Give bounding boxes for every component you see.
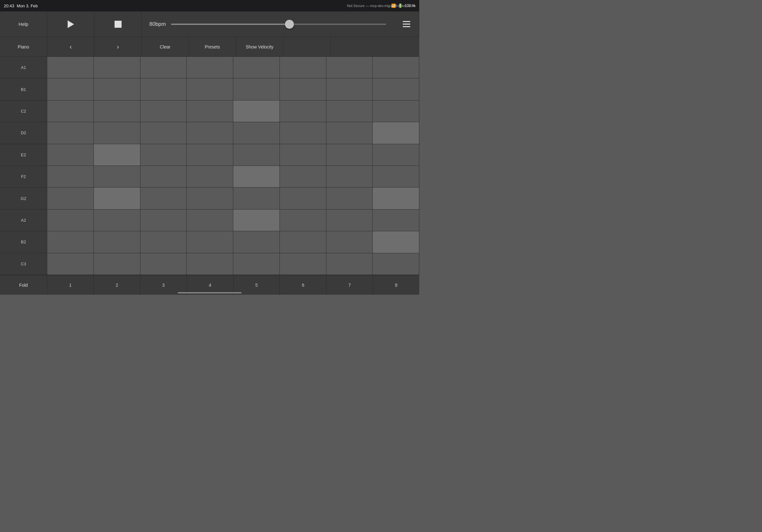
step-cell[interactable] — [140, 231, 187, 253]
step-cell[interactable] — [233, 253, 280, 275]
step-cell[interactable] — [280, 210, 327, 231]
step-cell[interactable] — [280, 122, 327, 144]
step-cell[interactable] — [94, 187, 140, 209]
step-cell[interactable] — [373, 144, 419, 166]
step-cell[interactable] — [94, 210, 140, 231]
menu-button[interactable] — [394, 12, 419, 37]
step-cell[interactable] — [373, 253, 419, 275]
step-cell[interactable] — [280, 231, 327, 253]
step-cell[interactable] — [47, 57, 94, 78]
step-cell[interactable] — [327, 79, 373, 100]
step-cell[interactable] — [280, 253, 327, 275]
step-cell[interactable] — [47, 187, 94, 209]
step-cell[interactable] — [140, 79, 187, 100]
step-cell[interactable] — [94, 166, 140, 187]
step-cell[interactable] — [187, 144, 233, 166]
step-cell[interactable] — [373, 57, 419, 78]
step-cell[interactable] — [47, 231, 94, 253]
step-cell[interactable] — [233, 79, 280, 100]
fold-step-8[interactable]: 8 — [373, 275, 419, 295]
step-cell[interactable] — [233, 231, 280, 253]
step-cell[interactable] — [140, 187, 187, 209]
step-cell[interactable] — [327, 122, 373, 144]
step-cell[interactable] — [140, 166, 187, 187]
step-cell[interactable] — [94, 100, 140, 122]
step-cell[interactable] — [187, 166, 233, 187]
step-cell[interactable] — [373, 187, 419, 209]
step-cell[interactable] — [233, 57, 280, 78]
prev-button[interactable]: ‹ — [47, 37, 95, 56]
step-cell[interactable] — [47, 253, 94, 275]
step-cell[interactable] — [373, 210, 419, 231]
step-cell[interactable] — [140, 100, 187, 122]
step-cell[interactable] — [327, 166, 373, 187]
step-cell[interactable] — [327, 100, 373, 122]
stop-button[interactable] — [95, 12, 142, 37]
fold-step-7[interactable]: 7 — [327, 275, 373, 295]
show-velocity-button[interactable]: Show Velocity — [236, 37, 283, 56]
step-cell[interactable] — [280, 144, 327, 166]
fold-step-2[interactable]: 2 — [94, 275, 140, 295]
step-cell[interactable] — [327, 231, 373, 253]
step-cell[interactable] — [187, 210, 233, 231]
step-cell[interactable] — [140, 210, 187, 231]
step-cell[interactable] — [233, 210, 280, 231]
step-cell[interactable] — [373, 100, 419, 122]
step-cell[interactable] — [94, 122, 140, 144]
step-cell[interactable] — [47, 122, 94, 144]
step-cell[interactable] — [187, 57, 233, 78]
step-cell[interactable] — [187, 253, 233, 275]
step-cell[interactable] — [280, 166, 327, 187]
fold-step-6[interactable]: 6 — [280, 275, 327, 295]
step-cell[interactable] — [94, 144, 140, 166]
step-cell[interactable] — [47, 79, 94, 100]
step-cell[interactable] — [47, 144, 94, 166]
step-cell[interactable] — [187, 122, 233, 144]
step-cell[interactable] — [140, 253, 187, 275]
step-cell[interactable] — [47, 100, 94, 122]
fold-step-5[interactable]: 5 — [234, 275, 280, 295]
fold-step-4[interactable]: 4 — [187, 275, 234, 295]
step-cell[interactable] — [373, 231, 419, 253]
step-cell[interactable] — [187, 187, 233, 209]
fold-button[interactable]: Fold — [0, 275, 47, 295]
step-cell[interactable] — [327, 187, 373, 209]
fold-step-3[interactable]: 3 — [140, 275, 187, 295]
step-cell[interactable] — [233, 100, 280, 122]
bpm-slider-track[interactable] — [171, 24, 386, 25]
clear-button[interactable]: Clear — [142, 37, 189, 56]
step-cell[interactable] — [327, 144, 373, 166]
step-cell[interactable] — [94, 79, 140, 100]
step-cell[interactable] — [373, 122, 419, 144]
step-cell[interactable] — [280, 79, 327, 100]
presets-button[interactable]: Presets — [189, 37, 236, 56]
step-cell[interactable] — [187, 100, 233, 122]
step-cell[interactable] — [47, 166, 94, 187]
play-button[interactable] — [47, 12, 95, 37]
step-cell[interactable] — [327, 253, 373, 275]
step-cell[interactable] — [280, 100, 327, 122]
step-cell[interactable] — [187, 79, 233, 100]
next-button[interactable]: › — [95, 37, 142, 56]
step-cell[interactable] — [47, 210, 94, 231]
step-cell[interactable] — [233, 187, 280, 209]
help-button[interactable]: Help — [0, 12, 47, 37]
step-cell[interactable] — [94, 57, 140, 78]
step-cell[interactable] — [373, 79, 419, 100]
step-cell[interactable] — [94, 231, 140, 253]
step-cell[interactable] — [233, 122, 280, 144]
bpm-slider-thumb[interactable] — [285, 20, 294, 29]
step-cell[interactable] — [280, 57, 327, 78]
step-cell[interactable] — [140, 57, 187, 78]
fold-step-1[interactable]: 1 — [47, 275, 94, 295]
step-cell[interactable] — [187, 231, 233, 253]
step-cell[interactable] — [233, 166, 280, 187]
step-cell[interactable] — [327, 57, 373, 78]
step-cell[interactable] — [94, 253, 140, 275]
step-cell[interactable] — [280, 187, 327, 209]
step-cell[interactable] — [140, 122, 187, 144]
step-cell[interactable] — [233, 144, 280, 166]
step-cell[interactable] — [373, 166, 419, 187]
step-cell[interactable] — [140, 144, 187, 166]
step-cell[interactable] — [327, 210, 373, 231]
